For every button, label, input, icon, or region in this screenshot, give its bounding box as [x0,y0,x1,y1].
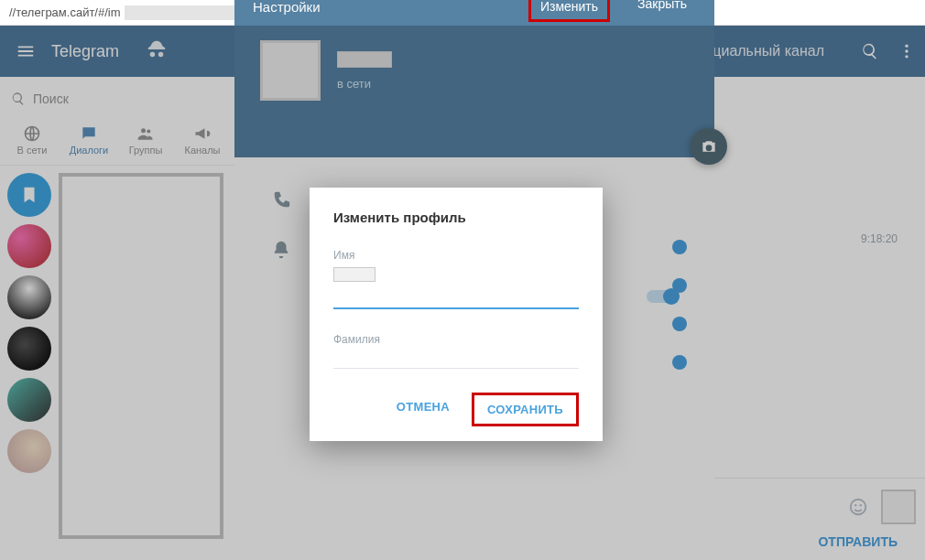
first-name-label: Имя [333,249,579,262]
first-name-field: Имя [333,249,579,309]
first-name-value-redacted [333,267,375,282]
modal-title: Изменить профиль [333,210,579,225]
save-button[interactable]: СОХРАНИТЬ [472,393,579,426]
last-name-input[interactable] [333,346,579,369]
edit-profile-modal: Изменить профиль Имя Фамилия ОТМЕНА СОХР… [310,188,603,441]
cancel-button[interactable]: ОТМЕНА [384,393,462,426]
close-button[interactable]: Закрыть [628,0,696,22]
settings-title: Настройки [253,0,321,15]
url-text: //телеграм.сайт/#/im [9,5,121,19]
edit-button[interactable]: Изменить [528,0,610,22]
last-name-field: Фамилия [333,333,579,369]
last-name-label: Фамилия [333,333,579,346]
first-name-input[interactable] [333,285,579,309]
